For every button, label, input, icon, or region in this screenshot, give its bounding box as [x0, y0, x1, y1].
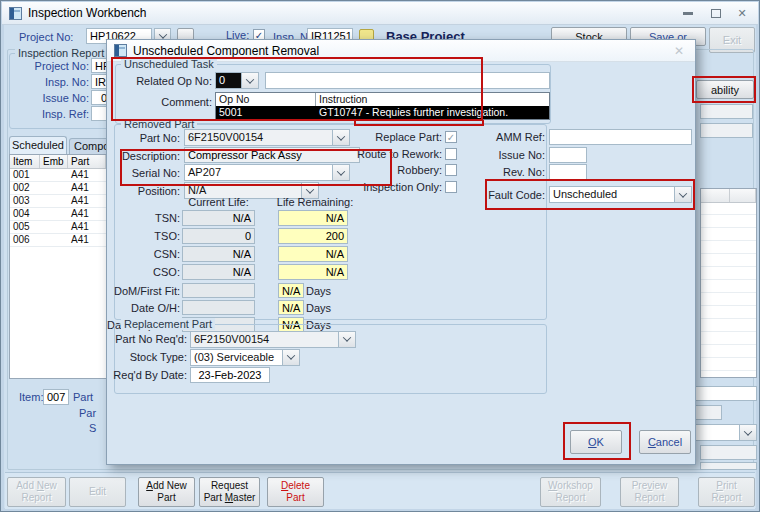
comment-label: Comment: [107, 96, 212, 108]
availability-button[interactable]: ability [696, 80, 754, 99]
ir-issue-no-label: Issue No: [9, 92, 89, 104]
add-new-part-button[interactable]: Add New Part [138, 477, 195, 507]
life-current-field: N/A [182, 246, 255, 262]
part-no-reqd-label: Part No Req'd: [107, 333, 187, 345]
check-icon: ✓ [447, 132, 455, 143]
cell-item: 006 [10, 234, 40, 246]
item-footer-field[interactable]: 007 [43, 389, 69, 405]
stock-type-label: Stock Type: [107, 351, 187, 363]
chevron-down-icon [246, 75, 254, 83]
ok-button[interactable]: OK [570, 430, 622, 454]
cell-part: A41 [68, 182, 106, 194]
main-titlebar: Inspection Workbench [2, 2, 758, 25]
comment-dropdown-header: Op No Instruction [216, 93, 549, 106]
issue-no-row: Issue No: [462, 147, 692, 163]
fault-code-label: Fault Code: [462, 189, 545, 201]
fault-code-combo[interactable]: Unscheduled [549, 186, 692, 203]
robbery-checkbox[interactable] [445, 164, 457, 176]
chevron-down-icon [306, 185, 314, 193]
part-no-reqd-row: Part No Req'd: 6F2150V00154 [107, 331, 367, 347]
cell-item: 002 [10, 182, 40, 194]
fault-code-row: Fault Code: Unscheduled [462, 186, 692, 203]
ir-insp-no-label: Insp. No: [9, 76, 89, 88]
related-op-no-combo[interactable]: 0 [215, 72, 259, 89]
comment-dropdown-selected-row[interactable]: 5001 GT10747 - Requies further investiga… [216, 106, 549, 119]
button-label: Add New [16, 480, 57, 492]
chevron-down-icon [287, 351, 295, 359]
dialog-icon [114, 44, 127, 57]
table-row[interactable]: 003A41 [10, 195, 106, 208]
request-part-master-button[interactable]: Request Part Master [199, 477, 260, 507]
cell-part: A41 [68, 208, 106, 220]
position-label: Position: [107, 185, 180, 197]
date-row-label: DoM/First Fit: [107, 285, 180, 297]
button-label: Preview [632, 480, 668, 492]
cell-emb [40, 182, 68, 194]
cancel-button[interactable]: Cancel [639, 430, 691, 454]
close-button[interactable]: ✕ [729, 5, 755, 22]
edit-button: Edit [69, 477, 126, 507]
right-grid-col1[interactable] [701, 189, 730, 202]
replace-part-checkbox: ✓ [445, 131, 457, 143]
col-part[interactable]: Part [68, 155, 106, 168]
amm-ref-field[interactable] [549, 129, 692, 145]
date-row: DoM/First Fit: N/A Days [107, 283, 367, 298]
table-row[interactable]: 001A41 [10, 169, 106, 182]
right-combo-value [696, 425, 739, 440]
part-label-clipped: Part [73, 391, 93, 403]
right-combo-dropdown[interactable] [739, 425, 756, 440]
part-no-reqd-dropdown [338, 332, 355, 347]
part-no-value: 6F2150V00154 [185, 130, 332, 145]
replace-part-row: Replace Part: ✓ [347, 130, 457, 143]
print-report-button: Print Report [698, 477, 755, 507]
date-row: Date O/H: N/A Days [107, 300, 367, 315]
par-label-clipped: Par [79, 407, 96, 419]
cell-emb [40, 195, 68, 207]
date-field [182, 300, 255, 315]
chevron-down-icon [679, 189, 687, 197]
comment-dropdown-list: Op No Instruction 5001 GT10747 - Requies… [215, 92, 550, 120]
tab-scheduled[interactable]: Scheduled [9, 136, 67, 154]
table-row[interactable]: 005A41 [10, 221, 106, 234]
rev-no-field[interactable] [549, 164, 587, 180]
stock-type-combo[interactable]: (03) Serviceable [190, 349, 300, 366]
issue-no-field[interactable] [549, 147, 587, 163]
reqd-by-date-field[interactable]: 23-Feb-2023 [190, 367, 270, 383]
right-field-6 [700, 462, 757, 470]
serial-no-combo[interactable]: AP207 [184, 164, 350, 181]
right-combo[interactable] [695, 424, 757, 441]
cell-part: A41 [68, 234, 106, 246]
right-field-5 [700, 445, 757, 460]
fault-code-dropdown[interactable] [674, 187, 691, 202]
rev-no-row: Rev. No: [462, 164, 692, 180]
life-remaining-field: 200 [278, 228, 348, 244]
related-op-no-value: 0 [216, 73, 241, 88]
dialog-close-button[interactable]: ✕ [669, 43, 689, 59]
col-emb[interactable]: Emb [40, 155, 68, 168]
add-new-report-button: Add New Report [7, 477, 66, 507]
date-field [182, 283, 255, 298]
table-row[interactable]: 002A41 [10, 182, 106, 195]
delete-part-button[interactable]: Delete Part [267, 477, 324, 507]
days-suffix: Days [306, 285, 331, 297]
life-remaining-field: N/A [278, 210, 348, 226]
inspection-only-checkbox[interactable] [445, 181, 457, 193]
serial-no-label: Serial No: [107, 167, 180, 179]
robbery-label: Robbery: [347, 164, 442, 176]
issue-no-label: Issue No: [462, 149, 545, 161]
stock-type-dropdown[interactable] [282, 350, 299, 365]
related-op-description-field[interactable] [265, 72, 550, 89]
related-op-no-dropdown[interactable] [241, 73, 258, 88]
minimize-icon [683, 12, 693, 15]
restore-button[interactable] [703, 5, 729, 22]
col-item[interactable]: Item [10, 155, 40, 168]
tab-component[interactable]: Compon [69, 138, 111, 154]
life-current-field: N/A [182, 210, 255, 226]
table-row[interactable]: 004A41 [10, 208, 106, 221]
table-row[interactable]: 006A41 [10, 234, 106, 247]
serial-no-value: AP207 [185, 165, 332, 180]
minimize-button[interactable] [675, 5, 701, 22]
right-grid-col2[interactable] [730, 189, 756, 202]
right-field-3[interactable] [695, 386, 757, 401]
route-to-rework-checkbox[interactable] [445, 148, 457, 160]
